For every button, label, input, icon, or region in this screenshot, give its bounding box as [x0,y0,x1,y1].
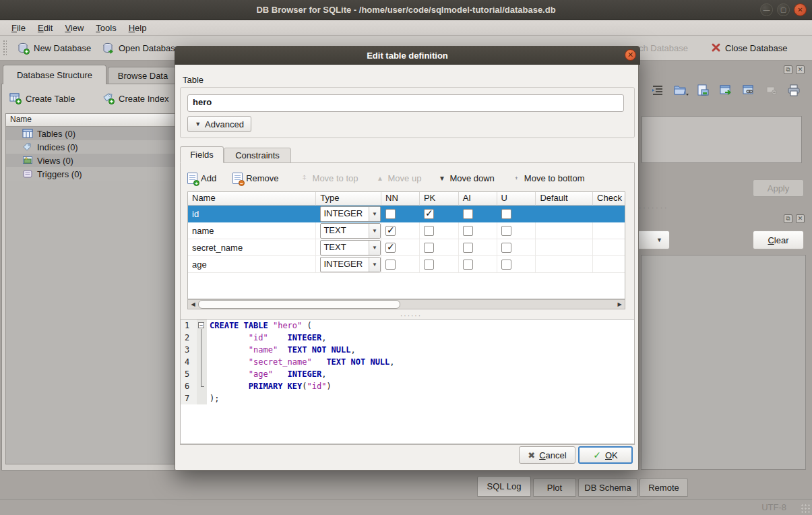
dialog-titlebar[interactable]: Edit table definition ✕ [175,46,640,65]
apply-button[interactable]: Apply [753,179,804,197]
pk-checkbox[interactable] [424,209,434,219]
pk-checkbox[interactable] [424,243,434,253]
menu-view[interactable]: View [59,22,90,34]
type-dropdown[interactable]: TEXT▼ [320,223,381,239]
dock-splitter[interactable]: ······· [639,204,679,212]
ai-checkbox[interactable] [463,260,473,270]
fold-marker-icon[interactable]: − [198,322,204,328]
sql-log-area[interactable] [641,255,806,470]
tab-plot[interactable]: Plot [533,478,576,497]
col-header-name[interactable]: Name [188,192,316,206]
tab-browse-data[interactable]: Browse Data [108,67,178,84]
ai-checkbox[interactable] [463,243,473,253]
resize-grip[interactable] [801,504,810,513]
open-database-button[interactable]: Open Database [102,40,180,57]
import-icon[interactable] [673,84,687,97]
tab-database-structure[interactable]: Database Structure [3,65,106,84]
text-mode-icon[interactable] [651,84,664,97]
col-header-ai[interactable]: AI [459,192,497,206]
tab-sql-log[interactable]: SQL Log [477,476,531,497]
dock-float-icon[interactable]: ⧉ [784,65,792,74]
nn-checkbox[interactable] [385,209,396,219]
close-icon[interactable]: ✕ [794,3,807,16]
type-dropdown[interactable]: INTEGER▼ [320,206,381,222]
move-to-bottom-button[interactable]: ⍖ Move to bottom [512,173,585,183]
indices-icon [22,142,33,152]
remove-field-button[interactable]: − Remove [232,173,278,184]
maximize-icon[interactable]: ▢ [777,3,790,16]
move-down-button[interactable]: ▼ Move down [437,173,494,183]
col-header-default[interactable]: Default [536,192,593,206]
dialog-title: Edit table definition [367,51,448,61]
menu-tools[interactable]: Tools [90,22,122,34]
pk-checkbox[interactable] [424,226,434,236]
table-name-input[interactable]: hero [187,94,624,112]
minimize-icon[interactable]: — [760,3,773,16]
set-null-icon[interactable] [765,84,778,97]
cancel-button[interactable]: ✖ Cancel [519,446,575,464]
dialog-close-icon[interactable]: ✕ [625,49,636,61]
move-to-top-button[interactable]: ⍏ Move to top [301,173,358,183]
nn-checkbox[interactable] [385,260,396,270]
encoding-indicator: UTF-8 [761,502,786,512]
move-up-button[interactable]: ▲ Move up [376,173,422,183]
open-external-icon[interactable] [719,84,732,97]
menu-edit[interactable]: Edit [32,22,59,34]
menu-file[interactable]: File [5,22,32,34]
toolbar-grip[interactable] [3,40,7,56]
tab-constraints[interactable]: Constraints [224,148,291,163]
u-checkbox[interactable] [501,260,511,270]
attach-database-button[interactable]: ch Database [639,40,688,57]
ai-checkbox[interactable] [463,209,473,219]
field-row-id[interactable]: id INTEGER▼ [188,206,625,222]
views-icon [22,156,33,165]
tab-remote[interactable]: Remote [639,478,688,497]
sql-preview[interactable]: 1−CREATE TABLE "hero" (2 "id" INTEGER,3 … [180,319,635,444]
advanced-button[interactable]: ▼ Advanced [187,116,251,132]
dock-close-icon[interactable]: ✕ [796,65,805,74]
dock-close-icon[interactable]: ✕ [796,214,805,223]
chevron-down-icon: ▼ [369,224,380,238]
chevron-down-icon: ▼ [369,207,380,221]
field-row-secret-name[interactable]: secret_name TEXT▼ [188,239,625,256]
nn-checkbox[interactable] [385,226,396,236]
grid-horizontal-scrollbar[interactable]: ◀ ▶ [187,299,625,309]
pk-checkbox[interactable] [424,260,434,270]
dock-float-icon[interactable]: ⧉ [784,214,792,223]
close-database-button[interactable]: Close Database [711,40,788,57]
scrollbar-handle[interactable] [198,300,400,309]
scroll-right-icon[interactable]: ▶ [615,300,625,309]
u-checkbox[interactable] [501,209,511,219]
new-database-button[interactable]: New Database [18,40,91,57]
export-icon[interactable] [696,84,710,97]
clear-log-button[interactable]: Clear [753,231,804,249]
field-row-age[interactable]: age INTEGER▼ [188,256,625,273]
ai-checkbox[interactable] [463,226,473,236]
create-index-button[interactable]: Create Index [102,92,168,104]
ok-button[interactable]: ✓ OK [578,446,633,464]
check-cell [593,239,625,256]
menu-help[interactable]: Help [123,22,153,34]
col-header-pk[interactable]: PK [420,192,459,206]
tab-fields[interactable]: Fields [180,146,224,163]
col-header-type[interactable]: Type [316,192,381,206]
type-dropdown[interactable]: TEXT▼ [320,240,381,255]
field-row-name[interactable]: name TEXT▼ [188,222,625,239]
col-header-check[interactable]: Check [593,192,625,206]
col-header-u[interactable]: U [497,192,536,206]
add-field-button[interactable]: + Add [187,173,216,184]
close-database-icon [711,42,721,55]
scroll-left-icon[interactable]: ◀ [188,300,198,309]
nn-checkbox[interactable] [385,243,396,253]
u-checkbox[interactable] [501,243,511,253]
u-checkbox[interactable] [501,226,511,236]
col-header-nn[interactable]: NN [381,192,420,206]
fields-grid: Name Type NN PK AI U Default Check id IN… [187,191,625,299]
window-titlebar[interactable]: DB Browser for SQLite - /home/user/code/… [0,0,812,20]
print-icon[interactable] [787,84,801,97]
link-icon[interactable] [742,84,755,97]
create-table-button[interactable]: Create Table [9,92,75,104]
type-dropdown[interactable]: INTEGER▼ [320,257,381,272]
tab-db-schema[interactable]: DB Schema [578,478,637,497]
cell-editor-textarea[interactable] [642,116,802,163]
